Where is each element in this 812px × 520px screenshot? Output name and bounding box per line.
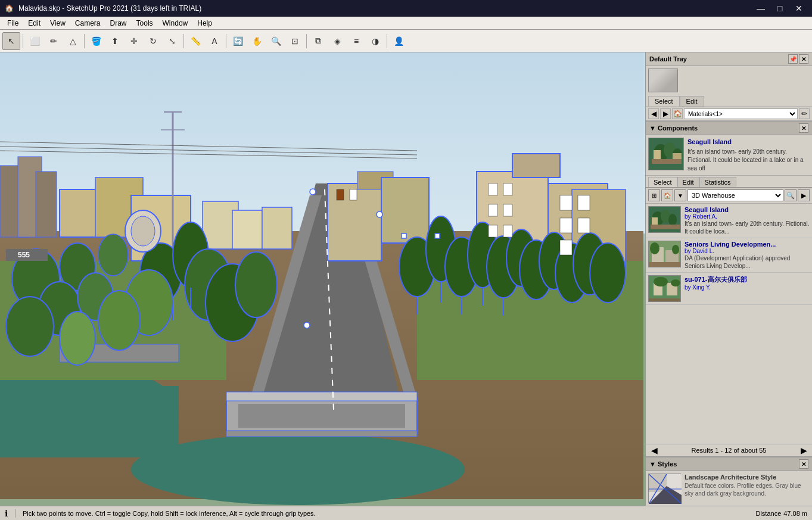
section-tool[interactable]: ⧉ bbox=[309, 32, 327, 50]
tray-close-button[interactable]: ✕ bbox=[799, 54, 808, 64]
svg-point-36 bbox=[6, 297, 54, 356]
styles-section-header[interactable]: ▼ Styles ✕ bbox=[646, 457, 812, 471]
material-preview-area bbox=[646, 66, 812, 95]
svg-point-33 bbox=[98, 234, 128, 276]
svg-rect-65 bbox=[489, 204, 497, 216]
pencil-tool[interactable]: ✏ bbox=[45, 32, 63, 50]
text-tool[interactable]: A bbox=[206, 32, 223, 50]
home-model-button[interactable]: 🏠 bbox=[661, 189, 673, 201]
status-message: Pick two points to move. Ctrl = toggle C… bbox=[23, 510, 316, 517]
zoom-ext-tool[interactable]: ⊡ bbox=[286, 32, 304, 50]
svg-text:555: 555 bbox=[18, 251, 30, 259]
result-item-2[interactable]: Seniors Living Developmen... by David L.… bbox=[646, 238, 812, 273]
comp-tab-edit[interactable]: Edit bbox=[677, 177, 699, 187]
prev-page-button[interactable]: ◀ bbox=[648, 446, 660, 455]
close-button[interactable]: ✕ bbox=[791, 2, 807, 14]
info-icon: ℹ bbox=[5, 509, 8, 518]
tape-tool[interactable]: 📏 bbox=[186, 32, 204, 50]
nav-sample-button[interactable]: ✏ bbox=[799, 108, 810, 119]
nav-forward-button[interactable]: ▶ bbox=[660, 108, 671, 119]
result-item-1[interactable]: Seagull Island by Robert A. It's an isla… bbox=[646, 204, 812, 238]
svg-point-54 bbox=[98, 291, 140, 350]
result-author-3[interactable]: by Xing Y. bbox=[685, 284, 810, 291]
app-icon: 🏠 bbox=[5, 4, 14, 13]
status-separator bbox=[15, 509, 15, 518]
svg-rect-63 bbox=[489, 183, 497, 195]
distance-label: Distance bbox=[755, 510, 781, 517]
nav-home-button[interactable]: 🏠 bbox=[672, 108, 683, 119]
result-title-3[interactable]: su-071-高尔夫俱乐部 bbox=[685, 275, 810, 284]
components-section-header[interactable]: ▼ Components ✕ bbox=[646, 121, 812, 135]
shape-tool[interactable]: △ bbox=[64, 32, 82, 50]
menu-help[interactable]: Help bbox=[192, 17, 217, 29]
select-tool[interactable]: ↖ bbox=[2, 32, 20, 50]
person-tool[interactable]: 👤 bbox=[390, 32, 407, 50]
component-name: Seagull Island bbox=[687, 138, 810, 147]
comp-tab-select[interactable]: Select bbox=[648, 177, 677, 187]
material-tab-select[interactable]: Select bbox=[648, 96, 680, 107]
menu-draw[interactable]: Draw bbox=[105, 17, 132, 29]
grid-view-button[interactable]: ⊞ bbox=[648, 189, 660, 201]
rotate-tool[interactable]: ↻ bbox=[144, 32, 162, 50]
scale-tool[interactable]: ⤡ bbox=[163, 32, 181, 50]
next-page-button[interactable]: ▶ bbox=[798, 446, 810, 455]
menu-file[interactable]: File bbox=[2, 17, 23, 29]
svg-point-55 bbox=[60, 312, 95, 365]
titlebar-left: 🏠 Malavida.skp - SketchUp Pro 2021 (31 d… bbox=[5, 4, 201, 13]
default-tray-header: Default Tray 📌 ✕ bbox=[646, 52, 812, 66]
component-description: It's an island town- early 20th century.… bbox=[687, 148, 810, 173]
warehouse-search-dropdown[interactable]: 3D Warehouse bbox=[687, 189, 783, 201]
minimize-button[interactable]: — bbox=[752, 2, 769, 14]
zoom-tool[interactable]: 🔍 bbox=[267, 32, 285, 50]
search-button[interactable]: 🔍 bbox=[785, 189, 797, 201]
pan-tool[interactable]: ✋ bbox=[248, 32, 266, 50]
svg-point-102 bbox=[668, 214, 677, 226]
components-close-button[interactable]: ✕ bbox=[799, 123, 808, 133]
svg-point-4 bbox=[131, 434, 465, 505]
material-tabs: Select Edit bbox=[646, 95, 812, 107]
menu-edit[interactable]: Edit bbox=[23, 17, 45, 29]
result-item-3[interactable]: su-071-高尔夫俱乐部 by Xing Y. bbox=[646, 273, 812, 305]
status-right: Distance 47.08 m bbox=[755, 510, 807, 517]
nav-back-button[interactable]: ◀ bbox=[648, 108, 659, 119]
statusbar: ℹ Pick two points to move. Ctrl = toggle… bbox=[0, 506, 812, 520]
styles-section-title: ▼ Styles bbox=[649, 460, 677, 468]
menu-camera[interactable]: Camera bbox=[70, 17, 105, 29]
viewport[interactable]: 555 bbox=[0, 52, 645, 506]
maximize-button[interactable]: □ bbox=[771, 2, 788, 14]
style-description: Default face colors. Profile edges. Gray… bbox=[685, 482, 810, 497]
menu-window[interactable]: Window bbox=[158, 17, 193, 29]
orbit-tool[interactable]: 🔄 bbox=[229, 32, 247, 50]
model-button[interactable]: ▼ bbox=[674, 189, 686, 201]
styles-close-button[interactable]: ✕ bbox=[799, 459, 808, 469]
component-tabs: Select Edit Statistics bbox=[646, 176, 812, 188]
menu-tools[interactable]: Tools bbox=[132, 17, 158, 29]
paint-tool[interactable]: 🪣 bbox=[87, 32, 105, 50]
results-list[interactable]: Seagull Island by Robert A. It's an isla… bbox=[646, 204, 812, 444]
layer-tool[interactable]: ≡ bbox=[347, 32, 365, 50]
materials-dropdown[interactable]: Materials<1> bbox=[684, 108, 798, 119]
result-info-3: su-071-高尔夫俱乐部 by Xing Y. bbox=[685, 275, 810, 302]
svg-point-78 bbox=[310, 189, 316, 195]
result-title-1[interactable]: Seagull Island bbox=[685, 206, 810, 213]
tray-pin-button[interactable]: 📌 bbox=[788, 54, 798, 64]
styles-tool[interactable]: ◑ bbox=[366, 32, 384, 50]
svg-point-108 bbox=[650, 242, 659, 254]
svg-rect-80 bbox=[402, 233, 406, 238]
result-author-2[interactable]: by David L. bbox=[685, 248, 810, 254]
styles-section: ▼ Styles ✕ Landscape Architecture Style bbox=[646, 456, 812, 506]
move-tool[interactable]: ✛ bbox=[125, 32, 143, 50]
eraser-tool[interactable]: ⬜ bbox=[26, 32, 43, 50]
comp-tab-statistics[interactable]: Statistics bbox=[699, 177, 736, 187]
pushpull-tool[interactable]: ⬆ bbox=[106, 32, 124, 50]
search-refresh-button[interactable]: ▶ bbox=[798, 189, 810, 201]
result-info-2: Seniors Living Developmen... by David L.… bbox=[685, 241, 810, 270]
result-author-1[interactable]: by Robert A. bbox=[685, 213, 810, 220]
menu-view[interactable]: View bbox=[45, 17, 70, 29]
result-title-2[interactable]: Seniors Living Developmen... bbox=[685, 241, 810, 248]
main-content: 555 Default Tray 📌 ✕ Select Edit ◀ ▶ 🏠 bbox=[0, 52, 812, 506]
component-search-bar: ⊞ 🏠 ▼ 3D Warehouse 🔍 ▶ bbox=[646, 188, 812, 204]
svg-rect-71 bbox=[560, 218, 572, 233]
material-tab-edit[interactable]: Edit bbox=[680, 96, 704, 107]
components-tool[interactable]: ◈ bbox=[328, 32, 346, 50]
